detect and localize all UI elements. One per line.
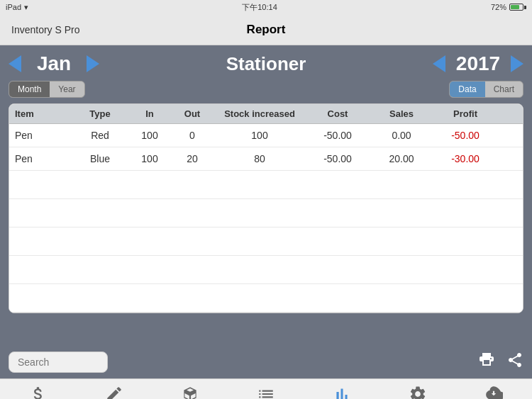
table-row: Pen Blue 100 20 80 -50.00 20.00 -30.00: [9, 147, 523, 171]
settings-icon: [407, 383, 428, 399]
status-bar: iPad ▾ 下午10:14 72%: [0, 0, 532, 14]
col-header-stock: Stock increased: [214, 108, 306, 119]
battery-percent: 72%: [491, 3, 506, 11]
right-nav: 2017: [352, 52, 523, 75]
table-header: Item Type In Out Stock increased Cost Sa…: [9, 104, 523, 124]
tab-report[interactable]: Report: [304, 383, 380, 399]
year-next-arrow[interactable]: [511, 55, 523, 72]
sub-controls-row: Month Year Data Chart: [9, 81, 523, 98]
cell-cost-1: -50.00: [306, 153, 370, 164]
empty-row: [9, 199, 523, 227]
col-header-type: Type: [72, 108, 128, 119]
col-header-item: Item: [15, 108, 72, 119]
empty-row: [9, 227, 523, 256]
chart-segment-btn[interactable]: Chart: [485, 82, 523, 97]
search-input[interactable]: [9, 352, 108, 373]
table-row: Pen Red 100 0 100 -50.00 0.00 -50.00: [9, 124, 523, 147]
device-label: iPad: [6, 3, 21, 11]
col-header-profit: Profit: [433, 108, 497, 119]
input-icon: [104, 383, 125, 399]
status-left: iPad ▾: [6, 3, 28, 12]
bottom-bar: [0, 346, 532, 378]
cell-stock-1: 80: [214, 153, 306, 164]
battery-icon: [509, 4, 526, 11]
cell-out-1: 20: [171, 153, 214, 164]
cell-sales-0: 0.00: [370, 130, 433, 141]
tab-bar: Account Input Inventory Period Report Se…: [0, 378, 532, 399]
account-icon: [28, 383, 49, 399]
col-header-in: In: [128, 108, 171, 119]
app-title: Inventory S Pro: [11, 24, 80, 35]
empty-row: [9, 171, 523, 199]
period-segment-control: Month Year: [9, 81, 85, 98]
view-segment-control: Data Chart: [449, 81, 523, 98]
period-icon: [255, 383, 277, 399]
cell-item-1: Pen: [15, 153, 72, 164]
tab-account[interactable]: Account: [0, 383, 76, 399]
empty-row: [9, 256, 523, 284]
cloud-icon: [483, 383, 504, 399]
report-icon: [331, 383, 353, 399]
cell-stock-0: 100: [214, 130, 306, 141]
left-nav: Jan: [9, 52, 180, 75]
share-icon[interactable]: [506, 352, 523, 373]
cell-type-1: Blue: [72, 153, 128, 164]
data-segment-btn[interactable]: Data: [450, 82, 484, 97]
cell-type-0: Red: [72, 130, 128, 141]
month-prev-arrow[interactable]: [9, 55, 21, 72]
year-segment-btn[interactable]: Year: [50, 82, 84, 97]
year-prev-arrow[interactable]: [433, 55, 445, 72]
empty-rows: [9, 171, 523, 313]
cell-out-0: 0: [171, 130, 214, 141]
month-segment-btn[interactable]: Month: [9, 82, 50, 97]
status-right: 72%: [491, 3, 526, 11]
empty-row: [9, 284, 523, 313]
inventory-icon: [179, 383, 201, 399]
col-header-sales: Sales: [370, 108, 433, 119]
tab-settings[interactable]: Settings: [380, 383, 456, 399]
tab-input[interactable]: Input: [76, 383, 152, 399]
report-table: Item Type In Out Stock increased Cost Sa…: [9, 103, 523, 313]
bottom-icons: [478, 352, 523, 373]
print-icon[interactable]: [478, 352, 495, 373]
cell-in-0: 100: [128, 130, 171, 141]
nav-bar: Inventory S Pro Report: [0, 14, 532, 45]
tab-inventory[interactable]: Inventory: [152, 383, 228, 399]
cell-cost-0: -50.00: [306, 130, 370, 141]
top-nav-row: Jan Stationer 2017: [9, 52, 523, 75]
cell-profit-1: -30.00: [433, 153, 497, 164]
store-name: Stationer: [226, 53, 306, 74]
cell-profit-0: -50.00: [433, 130, 497, 141]
cell-sales-1: 20.00: [370, 153, 433, 164]
wifi-icon: ▾: [24, 3, 28, 12]
main-content: Jan Stationer 2017 Month Year Data Chart…: [0, 45, 532, 346]
col-header-out: Out: [171, 108, 214, 119]
cell-in-1: 100: [128, 153, 171, 164]
nav-title: Report: [247, 23, 286, 37]
year-display: 2017: [450, 52, 506, 75]
tab-cloud[interactable]: Cloud: [456, 383, 532, 399]
month-display: Jan: [26, 52, 82, 75]
cell-item-0: Pen: [15, 130, 72, 141]
store-display: Stationer: [180, 53, 352, 75]
col-header-cost: Cost: [306, 108, 370, 119]
tab-period[interactable]: Period: [228, 383, 304, 399]
month-next-arrow[interactable]: [87, 55, 99, 72]
status-time: 下午10:14: [242, 2, 277, 13]
